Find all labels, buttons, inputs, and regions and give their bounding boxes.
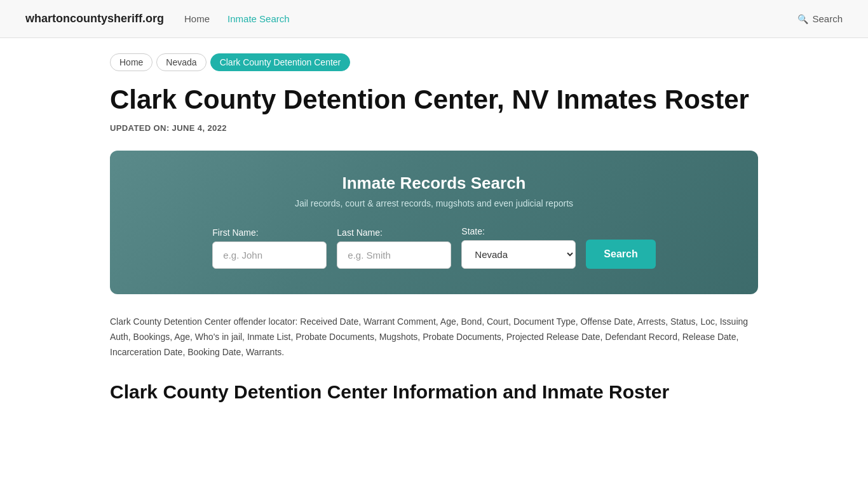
breadcrumb-clark[interactable]: Clark County Detention Center	[210, 53, 351, 71]
last-name-group: Last Name:	[337, 227, 451, 269]
state-select[interactable]: Nevada California Texas Florida	[461, 240, 576, 269]
first-name-group: First Name:	[212, 227, 327, 269]
brand-logo[interactable]: whartoncountysheriff.org	[25, 12, 164, 25]
widget-subtitle: Jail records, court & arrest records, mu…	[135, 198, 733, 208]
first-name-label: First Name:	[212, 227, 258, 238]
main-content: Home Nevada Clark County Detention Cente…	[85, 38, 783, 429]
breadcrumb-home[interactable]: Home	[110, 53, 153, 71]
section-title: Clark County Detention Center Informatio…	[110, 381, 758, 403]
last-name-label: Last Name:	[337, 227, 383, 238]
first-name-input[interactable]	[212, 241, 327, 269]
search-button[interactable]: Search	[586, 240, 655, 269]
search-widget: Inmate Records Search Jail records, cour…	[110, 151, 758, 294]
breadcrumb: Home Nevada Clark County Detention Cente…	[110, 53, 758, 71]
widget-title: Inmate Records Search	[135, 173, 733, 193]
nav-inmate-search[interactable]: Inmate Search	[227, 13, 290, 24]
site-header: whartoncountysheriff.org Home Inmate Sea…	[0, 0, 868, 38]
breadcrumb-nevada[interactable]: Nevada	[156, 53, 206, 71]
search-form: First Name: Last Name: State: Nevada Cal…	[135, 226, 733, 269]
nav-home[interactable]: Home	[184, 13, 210, 24]
search-icon: 🔍	[797, 14, 808, 24]
last-name-input[interactable]	[337, 241, 451, 269]
description-text: Clark County Detention Center offender l…	[110, 315, 758, 360]
updated-on: UPDATED ON: JUNE 4, 2022	[110, 123, 758, 133]
page-title: Clark County Detention Center, NV Inmate…	[110, 84, 758, 116]
state-group: State: Nevada California Texas Florida	[461, 226, 576, 269]
header-search-label[interactable]: Search	[812, 13, 843, 24]
state-label: State:	[461, 226, 485, 236]
header-search[interactable]: 🔍 Search	[797, 13, 843, 24]
main-nav: Home Inmate Search	[184, 13, 777, 24]
